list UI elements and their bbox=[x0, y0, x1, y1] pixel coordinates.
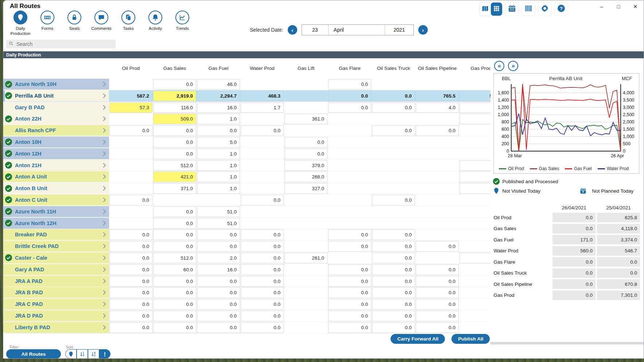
value-cell[interactable]: 0.0 bbox=[153, 299, 196, 310]
value-cell[interactable]: 5.0 bbox=[197, 137, 240, 147]
value-cell[interactable]: 421.0 bbox=[153, 172, 196, 182]
value-cell[interactable]: 261.0 bbox=[284, 253, 327, 263]
value-cell[interactable]: 0.0 bbox=[153, 137, 196, 147]
value-cell[interactable]: 4.0 bbox=[416, 102, 459, 113]
date-month-field[interactable]: April bbox=[329, 25, 385, 35]
value-cell[interactable]: 0.0 bbox=[241, 276, 284, 287]
close-button[interactable]: ✕ bbox=[627, 0, 644, 13]
column-header-oil-sales-pipeline[interactable]: Oil Sales Pipeline bbox=[415, 58, 459, 79]
value-cell[interactable]: 0.0 bbox=[197, 299, 240, 310]
value-cell[interactable]: 0.0 bbox=[197, 276, 240, 287]
value-cell[interactable]: 1 bbox=[459, 102, 490, 113]
value-cell[interactable]: 0.0 bbox=[328, 287, 371, 298]
route-name-cell[interactable]: Anton B Unit bbox=[3, 183, 109, 194]
value-cell[interactable]: 57.3 bbox=[109, 102, 152, 113]
sort-priority-button[interactable] bbox=[99, 349, 110, 359]
panel-prev-button[interactable]: « bbox=[494, 61, 504, 71]
route-name-cell[interactable]: Azure North 11H bbox=[3, 206, 109, 217]
route-name-cell[interactable]: Anton 22H bbox=[3, 113, 109, 124]
value-cell[interactable]: 0.0 bbox=[153, 311, 196, 321]
route-name-cell[interactable]: Anton 21H bbox=[3, 160, 109, 171]
value-cell[interactable]: 0.0 bbox=[197, 241, 240, 252]
value-cell[interactable]: 0.0 bbox=[153, 276, 196, 287]
value-cell[interactable]: 1.0 bbox=[197, 172, 240, 182]
column-header-gas-prod[interactable]: Gas Prod bbox=[459, 58, 490, 79]
value-cell[interactable]: 0.0 bbox=[328, 229, 371, 240]
value-cell[interactable]: 765.5 bbox=[416, 91, 459, 101]
column-header-gas-sales[interactable]: Gas Sales bbox=[153, 58, 197, 79]
value-cell[interactable]: 0.0 bbox=[109, 241, 152, 252]
value-cell[interactable]: 0.0 bbox=[197, 287, 240, 298]
value-cell[interactable]: 5 bbox=[459, 114, 490, 124]
route-name-cell[interactable]: JRA B PAD bbox=[3, 287, 109, 298]
value-cell[interactable]: 1.0 bbox=[197, 183, 240, 194]
barcode-button[interactable] bbox=[522, 3, 535, 16]
route-name-cell[interactable]: Breaker PAD bbox=[3, 229, 109, 240]
value-cell[interactable]: 1.0 bbox=[197, 114, 240, 124]
search-input[interactable] bbox=[16, 41, 113, 47]
route-name-cell[interactable]: Liberty B PAD bbox=[3, 322, 109, 333]
sort-numeric-button[interactable]: 19 bbox=[77, 349, 88, 359]
value-cell[interactable]: 0.0 bbox=[109, 264, 152, 275]
publish-all-button[interactable]: Publish All bbox=[451, 334, 490, 344]
value-cell[interactable]: 0.0 bbox=[153, 206, 196, 217]
value-cell[interactable]: 0.0 bbox=[416, 125, 459, 136]
route-name-cell[interactable]: Azure North 10H bbox=[3, 79, 109, 90]
column-header-oil-prod[interactable]: Oil Prod bbox=[109, 58, 153, 79]
value-cell[interactable]: 0.0 bbox=[153, 125, 196, 136]
value-cell[interactable]: 587.2 bbox=[109, 91, 152, 101]
value-cell[interactable]: 509.0 bbox=[153, 114, 196, 124]
value-cell[interactable]: 0.0 bbox=[416, 287, 459, 298]
value-cell[interactable]: 5,03 bbox=[459, 91, 490, 101]
value-cell[interactable]: 0.0 bbox=[372, 229, 415, 240]
value-cell[interactable]: 0.0 bbox=[109, 322, 152, 333]
toolbar-item-seals[interactable]: Seals bbox=[61, 11, 88, 36]
value-cell[interactable]: 5 bbox=[459, 253, 490, 263]
sort-by-location-button[interactable] bbox=[65, 349, 77, 359]
value-cell[interactable]: 0.0 bbox=[109, 287, 152, 298]
value-cell[interactable]: 116.0 bbox=[153, 102, 196, 113]
value-cell[interactable]: 361.0 bbox=[284, 114, 327, 124]
value-cell[interactable]: 0.0 bbox=[372, 102, 415, 113]
toolbar-item-tasks[interactable]: Tasks bbox=[115, 11, 142, 36]
toolbar-item-trends[interactable]: Trends bbox=[169, 11, 196, 36]
value-cell[interactable]: 0.0 bbox=[197, 125, 240, 136]
sort-alpha-button[interactable]: AZ bbox=[88, 349, 99, 359]
route-name-cell[interactable]: Caster - Cale bbox=[3, 252, 109, 263]
value-cell[interactable]: 0.0 bbox=[372, 276, 415, 287]
value-cell[interactable]: 327.0 bbox=[284, 183, 327, 194]
value-cell[interactable]: 0.0 bbox=[416, 322, 459, 333]
value-cell[interactable]: 0.0 bbox=[416, 276, 459, 287]
value-cell[interactable]: 0.0 bbox=[284, 149, 327, 159]
value-cell[interactable]: 0.0 bbox=[241, 229, 284, 240]
help-button[interactable]: ? bbox=[555, 3, 568, 16]
value-cell[interactable]: 0.0 bbox=[241, 287, 284, 298]
toolbar-item-forms[interactable]: Forms bbox=[34, 11, 61, 36]
value-cell[interactable]: 268.0 bbox=[284, 172, 327, 182]
value-cell[interactable]: 0.0 bbox=[372, 195, 415, 205]
value-cell[interactable]: 51.0 bbox=[197, 218, 240, 229]
value-cell[interactable]: 0.0 bbox=[328, 276, 371, 287]
value-cell[interactable]: 0.0 bbox=[416, 311, 459, 321]
date-day-field[interactable]: 23 bbox=[302, 25, 329, 35]
search-box[interactable] bbox=[6, 40, 116, 48]
value-cell[interactable]: 0.0 bbox=[372, 91, 415, 101]
value-cell[interactable]: 0.0 bbox=[153, 287, 196, 298]
route-name-cell[interactable]: Azure North 12H bbox=[3, 218, 109, 229]
value-cell[interactable]: 51.0 bbox=[197, 206, 240, 217]
value-cell[interactable]: 0.0 bbox=[109, 276, 152, 287]
value-cell[interactable]: 0.0 bbox=[109, 299, 152, 310]
value-cell[interactable]: 0.0 bbox=[328, 311, 371, 321]
route-name-cell[interactable]: Gary A PAD bbox=[3, 264, 109, 275]
value-cell[interactable]: 379.0 bbox=[284, 160, 327, 171]
value-cell[interactable]: 0.0 bbox=[241, 311, 284, 321]
value-cell[interactable]: 371.0 bbox=[153, 183, 196, 194]
value-cell[interactable]: 0.0 bbox=[372, 253, 415, 263]
carry-forward-all-button[interactable]: Carry Forward All bbox=[391, 334, 445, 344]
settings-button[interactable] bbox=[538, 3, 551, 16]
route-name-cell[interactable]: Gary B PAD bbox=[3, 102, 109, 113]
value-cell[interactable]: 0.0 bbox=[372, 264, 415, 275]
value-cell[interactable]: 2,919.0 bbox=[153, 91, 196, 101]
value-cell[interactable]: 0.0 bbox=[153, 241, 196, 252]
value-cell[interactable]: 512.0 bbox=[153, 160, 196, 171]
